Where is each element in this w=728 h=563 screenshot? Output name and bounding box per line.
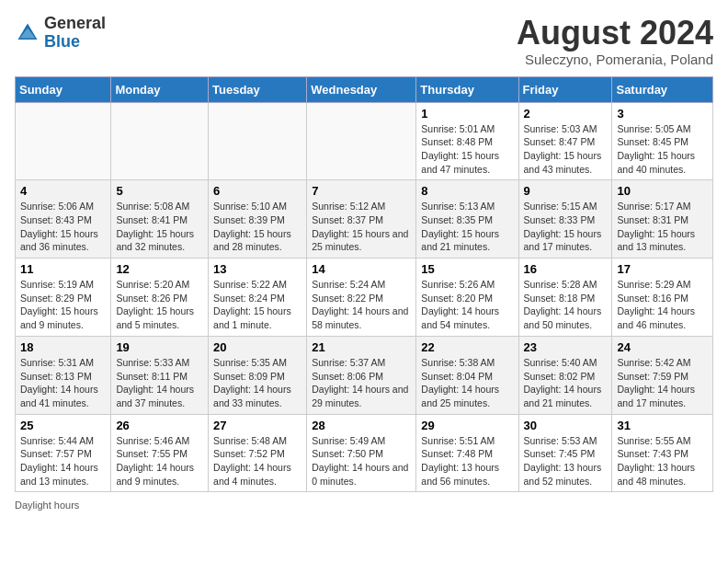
day-number: 22 bbox=[421, 340, 513, 354]
day-number: 9 bbox=[524, 184, 608, 198]
calendar-cell: 17Sunrise: 5:29 AM Sunset: 8:16 PM Dayli… bbox=[612, 259, 713, 337]
calendar-cell: 4Sunrise: 5:06 AM Sunset: 8:43 PM Daylig… bbox=[16, 180, 111, 259]
logo: General Blue bbox=[15, 15, 106, 52]
calendar-cell: 9Sunrise: 5:15 AM Sunset: 8:33 PM Daylig… bbox=[518, 180, 612, 259]
day-number: 18 bbox=[20, 340, 106, 354]
calendar-cell: 1Sunrise: 5:01 AM Sunset: 8:48 PM Daylig… bbox=[416, 102, 518, 180]
calendar-cell: 2Sunrise: 5:03 AM Sunset: 8:47 PM Daylig… bbox=[518, 102, 612, 180]
day-number: 10 bbox=[617, 184, 708, 198]
calendar-cell bbox=[209, 102, 307, 180]
calendar-cell: 19Sunrise: 5:33 AM Sunset: 8:11 PM Dayli… bbox=[111, 336, 209, 414]
day-info: Sunrise: 5:31 AM Sunset: 8:13 PM Dayligh… bbox=[20, 356, 106, 410]
day-info: Sunrise: 5:13 AM Sunset: 8:35 PM Dayligh… bbox=[421, 200, 513, 254]
day-number: 23 bbox=[524, 340, 608, 354]
calendar-cell: 22Sunrise: 5:38 AM Sunset: 8:04 PM Dayli… bbox=[416, 336, 518, 414]
day-info: Sunrise: 5:33 AM Sunset: 8:11 PM Dayligh… bbox=[116, 356, 203, 410]
header-row: SundayMondayTuesdayWednesdayThursdayFrid… bbox=[16, 76, 713, 102]
day-number: 2 bbox=[524, 107, 608, 121]
week-row-1: 1Sunrise: 5:01 AM Sunset: 8:48 PM Daylig… bbox=[16, 102, 713, 180]
main-title: August 2024 bbox=[517, 15, 713, 52]
day-info: Sunrise: 5:38 AM Sunset: 8:04 PM Dayligh… bbox=[421, 356, 513, 410]
week-row-3: 11Sunrise: 5:19 AM Sunset: 8:29 PM Dayli… bbox=[16, 259, 713, 337]
logo-general-text: General bbox=[44, 15, 106, 33]
calendar-cell: 31Sunrise: 5:55 AM Sunset: 7:43 PM Dayli… bbox=[612, 414, 713, 492]
day-info: Sunrise: 5:49 AM Sunset: 7:50 PM Dayligh… bbox=[312, 434, 411, 488]
calendar-cell bbox=[111, 102, 209, 180]
day-info: Sunrise: 5:20 AM Sunset: 8:26 PM Dayligh… bbox=[116, 278, 203, 332]
day-info: Sunrise: 5:29 AM Sunset: 8:16 PM Dayligh… bbox=[617, 278, 708, 332]
calendar-cell bbox=[16, 102, 111, 180]
calendar-cell bbox=[307, 102, 416, 180]
day-info: Sunrise: 5:42 AM Sunset: 7:59 PM Dayligh… bbox=[617, 356, 708, 410]
day-number: 8 bbox=[421, 184, 513, 198]
day-number: 20 bbox=[213, 340, 301, 354]
title-area: August 2024 Suleczyno, Pomerania, Poland bbox=[517, 15, 713, 67]
subtitle: Suleczyno, Pomerania, Poland bbox=[517, 52, 713, 67]
day-info: Sunrise: 5:24 AM Sunset: 8:22 PM Dayligh… bbox=[312, 278, 411, 332]
week-row-5: 25Sunrise: 5:44 AM Sunset: 7:57 PM Dayli… bbox=[16, 414, 713, 492]
day-number: 31 bbox=[617, 419, 708, 432]
day-number: 5 bbox=[116, 184, 203, 198]
day-number: 24 bbox=[617, 340, 708, 354]
header-sunday: Sunday bbox=[16, 76, 111, 102]
day-info: Sunrise: 5:28 AM Sunset: 8:18 PM Dayligh… bbox=[524, 278, 608, 332]
calendar-cell: 12Sunrise: 5:20 AM Sunset: 8:26 PM Dayli… bbox=[111, 259, 209, 337]
day-info: Sunrise: 5:10 AM Sunset: 8:39 PM Dayligh… bbox=[213, 200, 301, 254]
day-number: 21 bbox=[312, 340, 411, 354]
day-number: 17 bbox=[617, 262, 708, 276]
calendar-cell: 5Sunrise: 5:08 AM Sunset: 8:41 PM Daylig… bbox=[111, 180, 209, 259]
day-info: Sunrise: 5:35 AM Sunset: 8:09 PM Dayligh… bbox=[213, 356, 301, 410]
calendar-cell: 14Sunrise: 5:24 AM Sunset: 8:22 PM Dayli… bbox=[307, 259, 416, 337]
logo-text: General Blue bbox=[44, 15, 106, 52]
calendar-cell: 28Sunrise: 5:49 AM Sunset: 7:50 PM Dayli… bbox=[307, 414, 416, 492]
day-info: Sunrise: 5:19 AM Sunset: 8:29 PM Dayligh… bbox=[20, 278, 106, 332]
logo-blue-text: Blue bbox=[44, 33, 106, 52]
calendar-table: SundayMondayTuesdayWednesdayThursdayFrid… bbox=[15, 76, 713, 493]
day-info: Sunrise: 5:51 AM Sunset: 7:48 PM Dayligh… bbox=[421, 434, 513, 488]
calendar-cell: 3Sunrise: 5:05 AM Sunset: 8:45 PM Daylig… bbox=[612, 102, 713, 180]
day-info: Sunrise: 5:15 AM Sunset: 8:33 PM Dayligh… bbox=[524, 200, 608, 254]
day-info: Sunrise: 5:40 AM Sunset: 8:02 PM Dayligh… bbox=[524, 356, 608, 410]
header-wednesday: Wednesday bbox=[307, 76, 416, 102]
calendar-cell: 21Sunrise: 5:37 AM Sunset: 8:06 PM Dayli… bbox=[307, 336, 416, 414]
calendar-cell: 13Sunrise: 5:22 AM Sunset: 8:24 PM Dayli… bbox=[209, 259, 307, 337]
logo-icon bbox=[15, 20, 40, 46]
day-number: 6 bbox=[213, 184, 301, 198]
calendar-cell: 16Sunrise: 5:28 AM Sunset: 8:18 PM Dayli… bbox=[518, 259, 612, 337]
calendar-cell: 25Sunrise: 5:44 AM Sunset: 7:57 PM Dayli… bbox=[16, 414, 111, 492]
day-info: Sunrise: 5:08 AM Sunset: 8:41 PM Dayligh… bbox=[116, 200, 203, 254]
header-tuesday: Tuesday bbox=[209, 76, 307, 102]
day-number: 29 bbox=[421, 419, 513, 432]
calendar-header: SundayMondayTuesdayWednesdayThursdayFrid… bbox=[16, 76, 713, 102]
day-info: Sunrise: 5:48 AM Sunset: 7:52 PM Dayligh… bbox=[213, 434, 301, 488]
day-info: Sunrise: 5:06 AM Sunset: 8:43 PM Dayligh… bbox=[20, 200, 106, 254]
footer: Daylight hours bbox=[15, 500, 713, 511]
day-info: Sunrise: 5:22 AM Sunset: 8:24 PM Dayligh… bbox=[213, 278, 301, 332]
day-info: Sunrise: 5:44 AM Sunset: 7:57 PM Dayligh… bbox=[20, 434, 106, 488]
page-header: General Blue August 2024 Suleczyno, Pome… bbox=[15, 15, 713, 67]
day-info: Sunrise: 5:03 AM Sunset: 8:47 PM Dayligh… bbox=[524, 122, 608, 177]
day-number: 26 bbox=[116, 419, 203, 432]
day-number: 1 bbox=[421, 107, 513, 121]
calendar-cell: 26Sunrise: 5:46 AM Sunset: 7:55 PM Dayli… bbox=[111, 414, 209, 492]
calendar-cell: 23Sunrise: 5:40 AM Sunset: 8:02 PM Dayli… bbox=[518, 336, 612, 414]
day-info: Sunrise: 5:37 AM Sunset: 8:06 PM Dayligh… bbox=[312, 356, 411, 410]
day-info: Sunrise: 5:12 AM Sunset: 8:37 PM Dayligh… bbox=[312, 200, 411, 254]
calendar-cell: 7Sunrise: 5:12 AM Sunset: 8:37 PM Daylig… bbox=[307, 180, 416, 259]
calendar-cell: 27Sunrise: 5:48 AM Sunset: 7:52 PM Dayli… bbox=[209, 414, 307, 492]
day-number: 15 bbox=[421, 262, 513, 276]
daylight-label: Daylight hours bbox=[15, 500, 79, 511]
day-number: 12 bbox=[116, 262, 203, 276]
week-row-4: 18Sunrise: 5:31 AM Sunset: 8:13 PM Dayli… bbox=[16, 336, 713, 414]
week-row-2: 4Sunrise: 5:06 AM Sunset: 8:43 PM Daylig… bbox=[16, 180, 713, 259]
day-info: Sunrise: 5:55 AM Sunset: 7:43 PM Dayligh… bbox=[617, 434, 708, 488]
day-info: Sunrise: 5:17 AM Sunset: 8:31 PM Dayligh… bbox=[617, 200, 708, 254]
day-number: 4 bbox=[20, 184, 106, 198]
calendar-body: 1Sunrise: 5:01 AM Sunset: 8:48 PM Daylig… bbox=[16, 102, 713, 492]
calendar-cell: 20Sunrise: 5:35 AM Sunset: 8:09 PM Dayli… bbox=[209, 336, 307, 414]
calendar-cell: 15Sunrise: 5:26 AM Sunset: 8:20 PM Dayli… bbox=[416, 259, 518, 337]
day-info: Sunrise: 5:46 AM Sunset: 7:55 PM Dayligh… bbox=[116, 434, 203, 488]
calendar-cell: 24Sunrise: 5:42 AM Sunset: 7:59 PM Dayli… bbox=[612, 336, 713, 414]
calendar-cell: 6Sunrise: 5:10 AM Sunset: 8:39 PM Daylig… bbox=[209, 180, 307, 259]
day-number: 3 bbox=[617, 107, 708, 121]
